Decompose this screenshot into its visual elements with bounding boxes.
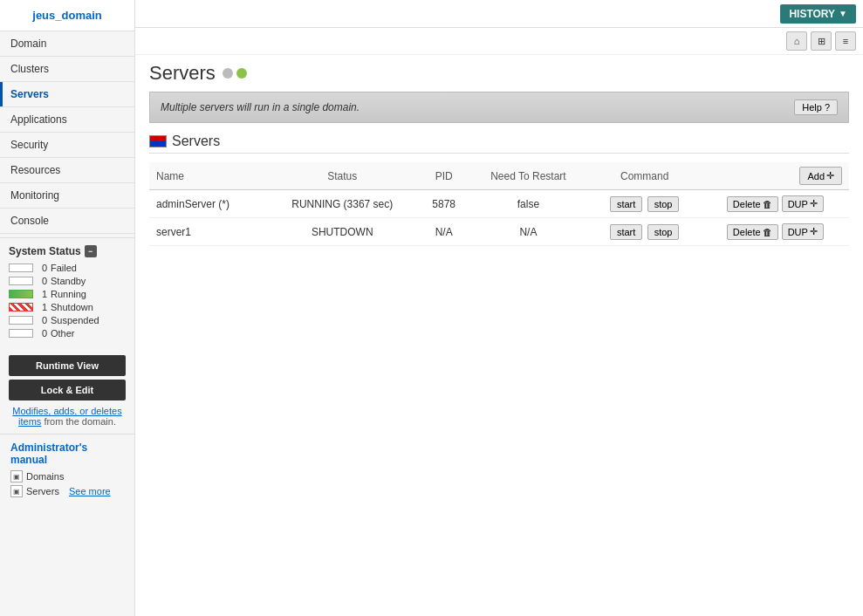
toolbar-icon-home[interactable]: ⌂ bbox=[786, 31, 807, 51]
status-bar-suspended bbox=[9, 316, 33, 325]
status-running: 1 Running bbox=[9, 289, 126, 299]
server-actions-server1: Delete 🗑 DUP ✛ bbox=[702, 218, 849, 246]
status-bar-running bbox=[9, 290, 33, 298]
indicator-gray bbox=[223, 68, 233, 79]
system-status: System Status − 0 Failed 0 Standby 1 Run… bbox=[0, 237, 134, 348]
dup-icon: ✛ bbox=[810, 198, 818, 209]
stop-admin-button[interactable]: stop bbox=[647, 196, 680, 212]
page-indicators bbox=[223, 68, 247, 79]
lock-edit-button[interactable]: Lock & Edit bbox=[9, 380, 126, 400]
info-message: Multiple servers will run in a single do… bbox=[161, 101, 360, 113]
page-title: Servers bbox=[149, 62, 216, 85]
admin-link-servers[interactable]: ▣ Servers See more bbox=[10, 485, 124, 497]
doc-icon: ▣ bbox=[10, 470, 23, 483]
main-content: HISTORY ▼ ⌂ ⊞ ≡ Servers Multiple servers… bbox=[135, 0, 863, 616]
status-shutdown: 1 Shutdown bbox=[9, 302, 126, 312]
sidebar-item-security[interactable]: Security bbox=[0, 133, 134, 158]
server-name-server1: server1 bbox=[149, 218, 265, 246]
col-header-pid: PID bbox=[419, 162, 469, 190]
delete-admin-button[interactable]: Delete 🗑 bbox=[727, 196, 778, 212]
delete-icon: 🗑 bbox=[763, 199, 772, 209]
dup-icon-server1: ✛ bbox=[810, 226, 818, 237]
status-failed: 0 Failed bbox=[9, 263, 126, 273]
dup-server1-button[interactable]: DUP ✛ bbox=[782, 223, 824, 240]
top-bar: HISTORY ▼ bbox=[135, 0, 863, 28]
status-count-suspended: 0 bbox=[37, 315, 47, 325]
admin-link-domains[interactable]: ▣ Domains bbox=[10, 470, 124, 483]
server-need-restart-server1: N/A bbox=[469, 218, 588, 246]
delete-server1-button[interactable]: Delete 🗑 bbox=[727, 224, 778, 240]
add-icon: ✛ bbox=[826, 170, 834, 181]
status-label-standby: Standby bbox=[51, 276, 86, 286]
server-need-restart-admin: false bbox=[469, 190, 588, 218]
server-command-admin: start stop bbox=[588, 190, 702, 218]
history-button[interactable]: HISTORY ▼ bbox=[780, 4, 856, 24]
status-count-failed: 0 bbox=[37, 263, 47, 273]
status-label-other: Other bbox=[51, 328, 75, 339]
add-server-button[interactable]: Add ✛ bbox=[799, 167, 842, 185]
status-bar-other bbox=[9, 329, 33, 338]
toolbar-icon-list[interactable]: ≡ bbox=[835, 31, 856, 51]
server-status-server1: SHUTDOWN bbox=[265, 218, 419, 246]
sidebar-item-clusters[interactable]: Clusters bbox=[0, 57, 134, 82]
sidebar-item-resources[interactable]: Resources bbox=[0, 158, 134, 183]
status-count-running: 1 bbox=[37, 289, 47, 299]
status-label-suspended: Suspended bbox=[51, 315, 99, 325]
table-row: adminServer (*) RUNNING (3367 sec) 5878 … bbox=[149, 190, 849, 218]
server-name-admin: adminServer (*) bbox=[149, 190, 265, 218]
sidebar-item-console[interactable]: Console bbox=[0, 209, 134, 234]
delete-icon-server1: 🗑 bbox=[763, 227, 772, 237]
info-bar: Multiple servers will run in a single do… bbox=[149, 92, 849, 123]
servers-table: Name Status PID Need To Restart Command … bbox=[149, 162, 849, 246]
status-label-failed: Failed bbox=[51, 263, 77, 273]
sidebar-nav: Domain Clusters Servers Applications Sec… bbox=[0, 31, 134, 234]
status-bar-shutdown bbox=[9, 303, 33, 311]
domain-name[interactable]: jeus_domain bbox=[0, 0, 134, 31]
help-button[interactable]: Help ? bbox=[794, 99, 838, 115]
sidebar-item-monitoring[interactable]: Monitoring bbox=[0, 183, 134, 209]
help-icon: ? bbox=[825, 102, 830, 113]
section-header: Servers bbox=[149, 133, 849, 154]
status-label-shutdown: Shutdown bbox=[51, 302, 93, 312]
start-server1-button[interactable]: start bbox=[610, 224, 642, 240]
admin-manual: Administrator's manual ▣ Domains ▣ Serve… bbox=[0, 434, 134, 507]
start-admin-button[interactable]: start bbox=[610, 196, 642, 212]
sidebar-item-applications[interactable]: Applications bbox=[0, 107, 134, 133]
status-bar-standby bbox=[9, 277, 33, 285]
col-header-name: Name bbox=[149, 162, 265, 190]
toolbar-icon-grid[interactable]: ⊞ bbox=[811, 31, 832, 51]
col-header-need-restart: Need To Restart bbox=[469, 162, 588, 190]
content-area: Servers Name Status PID Need To Restart … bbox=[135, 127, 863, 616]
sidebar: jeus_domain Domain Clusters Servers Appl… bbox=[0, 0, 135, 616]
action-buttons-server1: Delete 🗑 DUP ✛ bbox=[709, 223, 842, 240]
admin-manual-title: Administrator's manual bbox=[10, 441, 124, 466]
col-header-command: Command bbox=[588, 162, 702, 190]
system-status-title: System Status − bbox=[9, 245, 126, 257]
status-label-running: Running bbox=[51, 289, 86, 299]
server-command-server1: start stop bbox=[588, 218, 702, 246]
server-pid-server1: N/A bbox=[419, 218, 469, 246]
stop-server1-button[interactable]: stop bbox=[647, 224, 680, 240]
status-count-other: 0 bbox=[37, 328, 47, 339]
modifies-description: Modifies, adds, or deletes items from th… bbox=[0, 406, 134, 434]
section-flag-icon bbox=[149, 135, 167, 147]
doc-icon-servers: ▣ bbox=[10, 485, 23, 497]
system-status-toggle[interactable]: − bbox=[85, 245, 97, 257]
toolbar-icons: ⌂ ⊞ ≡ bbox=[135, 28, 863, 55]
sidebar-item-domain[interactable]: Domain bbox=[0, 31, 134, 57]
server-status-admin: RUNNING (3367 sec) bbox=[265, 190, 419, 218]
server-pid-admin: 5878 bbox=[419, 190, 469, 218]
action-buttons-admin: Delete 🗑 DUP ✛ bbox=[709, 195, 842, 212]
status-bar-failed bbox=[9, 264, 33, 272]
table-row: server1 SHUTDOWN N/A N/A start stop Dele… bbox=[149, 218, 849, 246]
sidebar-item-servers[interactable]: Servers bbox=[0, 82, 134, 107]
see-more-link[interactable]: See more bbox=[69, 486, 111, 496]
status-other: 0 Other bbox=[9, 328, 126, 339]
col-header-status: Status bbox=[265, 162, 419, 190]
page-header: Servers bbox=[135, 55, 863, 88]
section-title: Servers bbox=[172, 133, 220, 149]
runtime-view-button[interactable]: Runtime View bbox=[9, 355, 126, 376]
dup-admin-button[interactable]: DUP ✛ bbox=[782, 195, 824, 212]
status-standby: 0 Standby bbox=[9, 276, 126, 286]
indicator-green bbox=[236, 68, 247, 79]
